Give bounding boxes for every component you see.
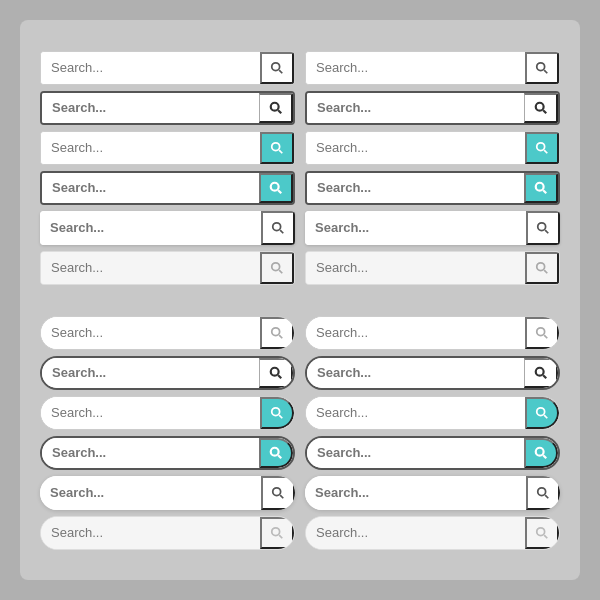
search-input-br-6[interactable] [306,517,525,549]
search-icon [269,366,283,380]
search-bar-tr-6 [305,251,560,285]
search-button-br-6[interactable] [525,517,559,549]
search-input-tl-4[interactable] [42,173,259,203]
search-icon [536,221,550,235]
svg-line-37 [544,335,547,338]
search-button-bl-1[interactable] [260,317,294,349]
search-button-bl-3[interactable] [260,397,294,429]
search-bar-bl-4 [40,436,295,470]
svg-point-46 [537,527,545,535]
search-button-tr-4[interactable] [524,173,558,203]
svg-point-42 [536,447,544,455]
search-input-bl-2[interactable] [42,358,259,388]
svg-point-0 [272,62,280,70]
search-bar-tr-4 [305,171,560,205]
search-button-tr-1[interactable] [525,52,559,84]
svg-line-9 [280,230,283,233]
search-input-br-1[interactable] [306,317,525,349]
search-button-tr-2[interactable] [524,93,558,123]
search-icon [269,101,283,115]
search-input-tl-1[interactable] [41,52,260,84]
svg-line-15 [543,110,546,113]
svg-point-12 [537,62,545,70]
svg-point-4 [272,142,280,150]
search-input-bl-1[interactable] [41,317,260,349]
search-icon [535,526,549,540]
svg-line-31 [278,455,281,458]
search-bar-bl-5 [40,476,295,510]
search-icon [271,486,285,500]
search-button-tl-4[interactable] [259,173,293,203]
search-input-tr-4[interactable] [307,173,524,203]
svg-line-7 [278,190,281,193]
search-button-tl-5[interactable] [261,211,295,245]
search-icon [270,61,284,75]
search-button-br-2[interactable] [524,358,558,388]
svg-point-10 [272,262,280,270]
search-bar-tl-6 [40,251,295,285]
search-input-bl-4[interactable] [42,438,259,468]
search-button-tr-3[interactable] [525,132,559,164]
svg-line-5 [279,150,282,153]
search-input-tl-2[interactable] [42,93,259,123]
search-button-br-3[interactable] [525,397,559,429]
search-icon [269,446,283,460]
search-button-br-1[interactable] [525,317,559,349]
search-input-bl-6[interactable] [41,517,260,549]
svg-line-23 [544,270,547,273]
search-icon [535,406,549,420]
search-button-tl-1[interactable] [260,52,294,84]
search-icon [535,261,549,275]
search-bar-tl-5 [40,211,295,245]
svg-point-44 [538,487,546,495]
search-bar-br-5 [305,476,560,510]
search-button-tr-5[interactable] [526,211,560,245]
svg-point-30 [271,447,279,455]
search-input-tr-2[interactable] [307,93,524,123]
svg-line-3 [278,110,281,113]
svg-point-6 [271,182,279,190]
svg-point-24 [272,327,280,335]
search-icon [534,181,548,195]
search-icon [271,221,285,235]
search-icon [534,446,548,460]
search-button-tr-6[interactable] [525,252,559,284]
svg-line-41 [544,415,547,418]
search-button-bl-4[interactable] [259,438,293,468]
svg-line-35 [279,535,282,538]
svg-point-20 [538,222,546,230]
search-input-tr-1[interactable] [306,52,525,84]
search-icon [270,406,284,420]
search-button-bl-6[interactable] [260,517,294,549]
search-button-tl-2[interactable] [259,93,293,123]
search-input-bl-3[interactable] [41,397,260,429]
search-input-br-5[interactable] [305,476,526,510]
search-input-tr-5[interactable] [305,211,526,245]
top-right-quadrant [305,40,560,295]
search-input-tl-5[interactable] [40,211,261,245]
search-bar-br-4 [305,436,560,470]
svg-line-11 [279,270,282,273]
search-button-bl-5[interactable] [261,476,295,510]
search-input-tr-6[interactable] [306,252,525,284]
search-bar-bl-3 [40,396,295,430]
search-button-br-5[interactable] [526,476,560,510]
search-input-tl-3[interactable] [41,132,260,164]
svg-line-1 [279,70,282,73]
search-button-br-4[interactable] [524,438,558,468]
search-icon [270,261,284,275]
search-input-br-2[interactable] [307,358,524,388]
svg-point-36 [537,327,545,335]
svg-line-27 [278,375,281,378]
search-button-tl-6[interactable] [260,252,294,284]
search-input-bl-5[interactable] [40,476,261,510]
search-input-tr-3[interactable] [306,132,525,164]
search-input-br-4[interactable] [307,438,524,468]
search-button-tl-3[interactable] [260,132,294,164]
svg-point-14 [535,102,543,110]
svg-line-17 [544,150,547,153]
search-input-br-3[interactable] [306,397,525,429]
search-input-tl-6[interactable] [41,252,260,284]
search-button-bl-2[interactable] [259,358,293,388]
svg-line-33 [280,495,283,498]
